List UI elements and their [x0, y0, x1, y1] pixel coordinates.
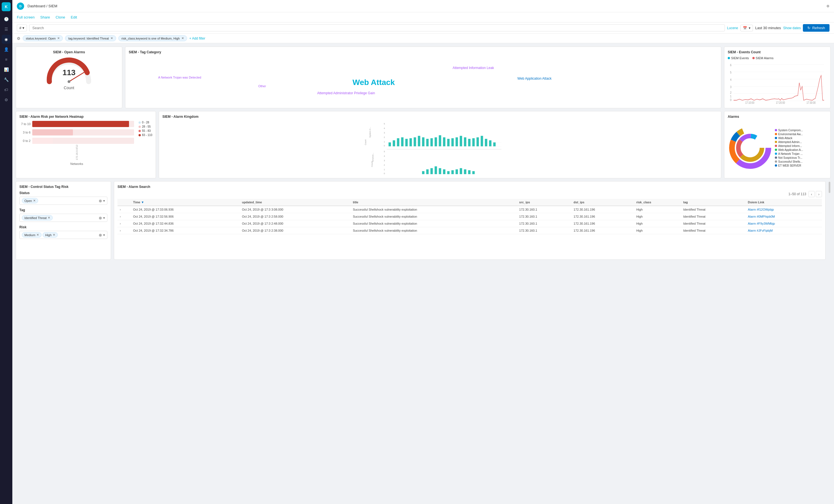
svg-rect-31: [405, 139, 408, 147]
time-picker[interactable]: 📅 ▾: [740, 25, 753, 31]
control-status-field[interactable]: Open ✕ ⊗ ▾: [19, 197, 107, 205]
control-risk-tag-high: High ✕: [43, 232, 58, 238]
panel-alarms: Alarms: [724, 111, 831, 178]
col-tag[interactable]: tag: [681, 199, 745, 206]
chevron-down-icon: ▾: [22, 26, 24, 30]
col-src-ips[interactable]: src_ips: [517, 199, 571, 206]
svg-rect-62: [422, 171, 424, 174]
next-page-button[interactable]: ›: [816, 191, 822, 197]
sidebar-icon-tools[interactable]: 🔧: [2, 75, 10, 84]
svg-rect-46: [468, 139, 470, 147]
svg-rect-68: [447, 171, 450, 174]
sidebar-icon-list[interactable]: ≡: [2, 55, 10, 64]
events-chart-area: 6 5 4 3 2 1 0: [728, 61, 827, 105]
col-risk-class[interactable]: risk_class: [634, 199, 681, 206]
svg-text:5: 5: [730, 70, 731, 74]
control-tag-close[interactable]: ✕: [48, 216, 50, 220]
nav-share[interactable]: Share: [40, 15, 50, 19]
control-risk-field[interactable]: Medium ✕ High ✕ ⊗ ▾: [19, 231, 107, 239]
col-updated-time[interactable]: updated_time: [240, 199, 351, 206]
tag-web-app-attack[interactable]: Web Application Attack: [518, 76, 552, 81]
legend-label-successful-shells: Successful Shells...: [778, 160, 803, 163]
panel-control: SIEM - Control Status Tag Risk Status Op…: [16, 181, 111, 260]
row-expand-2[interactable]: ›: [117, 220, 131, 227]
row-time-0: Oct 24, 2019 @ 17:33:06.936: [131, 206, 240, 213]
tag-admin-priv[interactable]: Attempted Administrator Privilege Gain: [317, 91, 375, 95]
control-status-tag-open-close[interactable]: ✕: [33, 199, 36, 202]
nav-clone[interactable]: Clone: [56, 15, 65, 19]
vertical-scrollbar[interactable]: [828, 181, 831, 260]
control-risk-clear-btn[interactable]: ⊗: [99, 233, 102, 237]
scrollbar-thumb[interactable]: [829, 182, 830, 193]
svg-rect-49: [481, 136, 483, 146]
filter-tag-risk-close[interactable]: ✕: [181, 37, 184, 40]
settings-icon[interactable]: ⚙: [827, 4, 830, 8]
control-tag-expand-btn[interactable]: ▾: [103, 216, 105, 220]
heatmap-bar-7to10: [32, 121, 129, 127]
heatmap-legend-label-55to83: 55 - 83: [142, 129, 151, 132]
row-link-2[interactable]: Alarm #F9y3WMbjp: [746, 220, 822, 227]
filter-settings-icon[interactable]: ⚙: [17, 36, 20, 41]
row-src-1: 172.30.160.1: [517, 213, 571, 220]
control-risk-label: Risk: [19, 225, 107, 229]
nav-edit[interactable]: Edit: [71, 15, 77, 19]
legend-web-app-attack: Web Application A...: [775, 148, 803, 151]
col-title[interactable]: title: [351, 199, 517, 206]
control-status-clear-btn[interactable]: ⊗: [99, 199, 102, 203]
show-dates-button[interactable]: Show dates: [783, 26, 801, 30]
svg-rect-36: [426, 139, 429, 147]
control-status-expand-btn[interactable]: ▾: [103, 199, 105, 203]
search-type-selector[interactable]: # ▾: [17, 24, 27, 31]
legend-successful-shells: Successful Shells...: [775, 160, 803, 163]
sidebar-icon-settings[interactable]: ⚙: [2, 95, 10, 104]
svg-rect-70: [456, 169, 458, 174]
top-row: SIEM - Open Alarms 113 Coun: [16, 47, 831, 108]
svg-rect-72: [464, 169, 466, 174]
lucene-label[interactable]: Lucene: [727, 26, 738, 30]
row-link-1[interactable]: Alarm #0MPhipb0M: [746, 213, 822, 220]
refresh-button[interactable]: ↻ Refresh: [803, 24, 830, 32]
tag-web-attack[interactable]: Web Attack: [352, 78, 395, 87]
svg-text:5: 5: [383, 150, 385, 153]
control-risk-expand-btn[interactable]: ▾: [103, 233, 105, 237]
search-input[interactable]: [29, 24, 725, 31]
control-risk-high-close[interactable]: ✕: [53, 233, 55, 237]
sidebar-icon-chart[interactable]: 📊: [2, 65, 10, 74]
row-dst-2: 172.30.161.196: [571, 220, 634, 227]
tag-cloud: Web Attack Attempted Information Leak We…: [129, 57, 718, 105]
control-tag-clear-btn[interactable]: ⊗: [99, 216, 102, 220]
col-dst-ips[interactable]: dst_ips: [571, 199, 634, 206]
breadcrumb-dashboard[interactable]: Dashboard: [27, 4, 45, 8]
control-risk-medium-close[interactable]: ✕: [37, 233, 39, 237]
col-time[interactable]: Time ▼: [131, 199, 240, 206]
sidebar-icon-menu[interactable]: ☰: [2, 25, 10, 34]
col-dsiem-link[interactable]: Dsiem Link: [746, 199, 822, 206]
filterbar: ⚙ status.keyword: Open ✕ tag.keyword: Id…: [12, 34, 834, 43]
nav-fullscreen[interactable]: Full screen: [17, 15, 35, 19]
control-tag-actions: ⊗ ▾: [99, 216, 105, 220]
row-src-3: 172.30.160.1: [517, 227, 571, 234]
legend-label-network-trojan: A Network Trojan ...: [778, 152, 803, 155]
sidebar-icon-clock[interactable]: 🕐: [2, 15, 10, 24]
sidebar-icon-grid[interactable]: ◉: [2, 35, 10, 44]
add-filter-button[interactable]: + Add filter: [189, 37, 205, 40]
row-expand-1[interactable]: ›: [117, 213, 131, 220]
control-tag-field[interactable]: Identified Threat ✕ ⊗ ▾: [19, 214, 107, 222]
row-expand-0[interactable]: ›: [117, 206, 131, 213]
tag-other[interactable]: Other: [258, 84, 266, 88]
pagination-label: 1–50 of 113: [789, 192, 806, 196]
tag-network-trojan[interactable]: A Network Trojan was Detected: [158, 76, 201, 79]
row-link-3[interactable]: Alarm #JFvFipbjM: [746, 227, 822, 234]
prev-page-button[interactable]: ‹: [809, 191, 815, 197]
tag-attempted-info-leak[interactable]: Attempted Information Leak: [453, 66, 494, 70]
row-expand-3[interactable]: ›: [117, 227, 131, 234]
legend-network-trojan: A Network Trojan ...: [775, 152, 803, 155]
filter-tag-status-close[interactable]: ✕: [57, 37, 60, 40]
sidebar-icon-user[interactable]: 👤: [2, 45, 10, 54]
sidebar-icon-tag[interactable]: 🏷: [2, 85, 10, 94]
control-tag-section: Tag Identified Threat ✕ ⊗ ▾: [19, 208, 107, 222]
svg-rect-50: [485, 139, 487, 147]
row-link-0[interactable]: Alarm #f12OWpbjp: [746, 206, 822, 213]
filter-tag-tag-close[interactable]: ✕: [110, 37, 113, 40]
control-risk-medium-text: Medium: [24, 233, 35, 237]
